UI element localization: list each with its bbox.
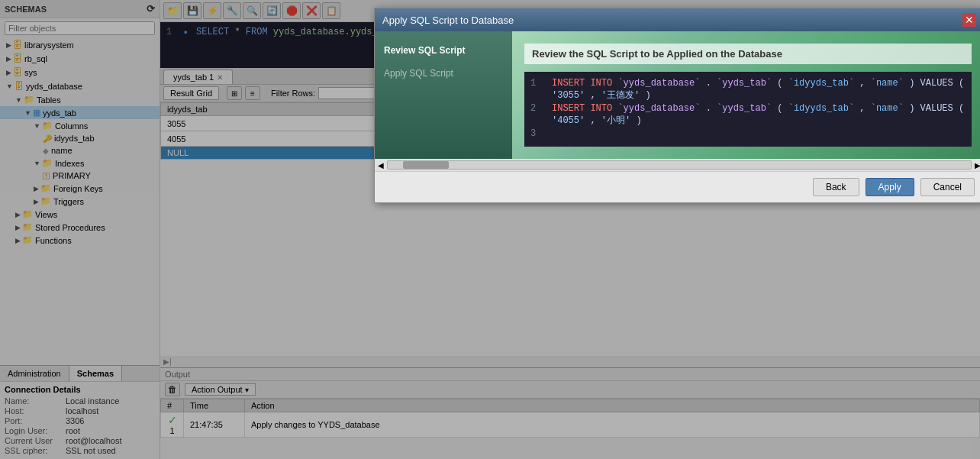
tbl-name-2: `yyds_tab` bbox=[717, 78, 772, 89]
dialog-content: Review the SQL Script to be Applied on t… bbox=[512, 31, 980, 159]
val-1: '3055' bbox=[552, 90, 585, 101]
dialog-close-button[interactable]: ✕ bbox=[962, 13, 976, 27]
dialog-sidebar: Review SQL Script Apply SQL Script bbox=[375, 31, 512, 159]
sql-line-2: 2 INSERT INTO `yyds_database` . `yyds_ta… bbox=[530, 103, 965, 127]
sidebar-item-label: Review SQL Script bbox=[384, 45, 465, 56]
dialog-titlebar: Apply SQL Script to Database ✕ bbox=[375, 8, 980, 31]
kw-insert: INSERT INTO bbox=[552, 78, 617, 89]
dialog-footer: Back Apply Cancel bbox=[375, 171, 980, 202]
tbl-name: `yyds_database` bbox=[617, 78, 700, 89]
comma-1: , bbox=[859, 78, 870, 89]
val-3: '4055' bbox=[552, 115, 585, 126]
col-2: `name` bbox=[871, 78, 904, 89]
sql-content-2: INSERT INTO `yyds_database` . `yyds_tab`… bbox=[552, 103, 965, 127]
dialog-content-title: Review the SQL Script to be Applied on t… bbox=[524, 44, 972, 64]
dialog-body: Review SQL Script Apply SQL Script Revie… bbox=[375, 31, 980, 159]
val-4: '小明' bbox=[601, 115, 630, 126]
dialog-scrollbar[interactable]: ◀ ▶ bbox=[375, 159, 980, 171]
sidebar-item-apply[interactable]: Apply SQL Script bbox=[375, 62, 512, 85]
line-num-2: 2 bbox=[530, 103, 543, 127]
paren-end: ) bbox=[645, 90, 650, 101]
paren-close-values-2: ) VALUES ( bbox=[909, 103, 964, 114]
scrollbar-track[interactable] bbox=[387, 160, 972, 170]
comma-3: , bbox=[859, 103, 870, 114]
dialog-title: Apply SQL Script to Database bbox=[382, 15, 514, 26]
cancel-dialog-button[interactable]: Cancel bbox=[920, 178, 975, 196]
tbl-name-4: `yyds_tab` bbox=[717, 103, 772, 114]
col-1: `idyyds_tab` bbox=[788, 78, 854, 89]
scrollbar-thumb[interactable] bbox=[403, 161, 449, 169]
comma-4: , bbox=[590, 115, 601, 126]
paren-open: ( bbox=[777, 78, 782, 89]
dialog-overlay: Apply SQL Script to Database ✕ Review SQ… bbox=[0, 0, 980, 459]
apply-button[interactable]: Apply bbox=[866, 178, 914, 196]
apply-sql-dialog: Apply SQL Script to Database ✕ Review SQ… bbox=[374, 8, 980, 203]
comma-2: , bbox=[590, 90, 601, 101]
dot-2: . bbox=[706, 103, 711, 114]
paren-open-2: ( bbox=[777, 103, 782, 114]
line-num-3: 3 bbox=[530, 128, 543, 139]
scroll-left-icon[interactable]: ◀ bbox=[378, 161, 384, 170]
dialog-sql-editor[interactable]: 1 INSERT INTO `yyds_database` . `yyds_ta… bbox=[524, 72, 972, 147]
kw-insert-2: INSERT INTO bbox=[552, 103, 617, 114]
sidebar-item-review[interactable]: Review SQL Script bbox=[375, 39, 512, 62]
col-4: `name` bbox=[871, 103, 904, 114]
back-button[interactable]: Back bbox=[813, 178, 859, 196]
tbl-name-3: `yyds_database` bbox=[617, 103, 700, 114]
scroll-right-icon[interactable]: ▶ bbox=[975, 161, 980, 170]
col-3: `idyyds_tab` bbox=[788, 103, 854, 114]
sql-content-1: INSERT INTO `yyds_database` . `yyds_tab`… bbox=[552, 78, 965, 102]
sidebar-item-label: Apply SQL Script bbox=[384, 68, 453, 79]
paren-end-2: ) bbox=[636, 115, 641, 126]
sql-line-1: 1 INSERT INTO `yyds_database` . `yyds_ta… bbox=[530, 78, 965, 102]
paren-close-values: ) VALUES ( bbox=[909, 78, 964, 89]
val-2: '王德发' bbox=[601, 90, 640, 101]
dot: . bbox=[706, 78, 711, 89]
sql-line-3: 3 bbox=[530, 128, 965, 139]
line-num-1: 1 bbox=[530, 78, 543, 102]
